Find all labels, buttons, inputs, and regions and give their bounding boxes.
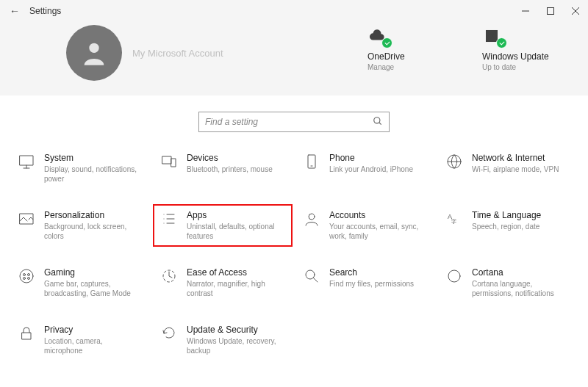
cloud-icon: [368, 28, 388, 46]
back-button[interactable]: ←: [6, 5, 24, 17]
category-network[interactable]: Network & Internet Wi-Fi, airplane mode,…: [438, 147, 578, 189]
accounts-icon: [301, 210, 322, 231]
category-desc: Game bar, captures, broadcasting, Game M…: [44, 279, 140, 298]
check-icon: [381, 37, 392, 48]
svg-rect-12: [171, 159, 176, 167]
status-title: Windows Update: [482, 51, 549, 62]
category-desc: Background, lock screen, colors: [44, 222, 140, 241]
category-title: Apps: [187, 210, 282, 220]
category-title: Cortana: [472, 267, 567, 278]
category-title: Devices: [187, 153, 273, 163]
category-title: Accounts: [329, 210, 425, 220]
status-tile-cloud[interactable]: OneDrive Manage: [368, 28, 441, 71]
search-icon: [301, 267, 322, 288]
category-desc: Link your Android, iPhone: [329, 164, 413, 174]
svg-point-28: [28, 274, 30, 276]
close-button[interactable]: [563, 0, 588, 22]
check-icon: [496, 37, 507, 48]
svg-point-6: [374, 117, 380, 123]
category-privacy[interactable]: Privacy Location, camera, microphone: [10, 319, 150, 361]
category-desc: Uninstall, defaults, optional features: [187, 222, 282, 241]
svg-point-34: [448, 270, 460, 282]
category-cortana[interactable]: Cortana Cortana language, permissions, n…: [438, 261, 578, 304]
sync-icon: [482, 28, 503, 46]
category-desc: Location, camera, microphone: [44, 336, 140, 355]
svg-line-7: [379, 122, 381, 124]
search-box[interactable]: [198, 112, 390, 132]
category-title: Search: [329, 267, 414, 278]
category-title: Privacy: [44, 325, 140, 335]
network-icon: [444, 153, 465, 173]
status-title: OneDrive: [368, 51, 405, 62]
category-update[interactable]: Update & Security Windows Update, recove…: [153, 319, 293, 361]
svg-point-29: [24, 278, 26, 280]
category-title: Update & Security: [187, 325, 282, 335]
category-title: System: [44, 153, 140, 163]
category-desc: Find my files, permissions: [329, 279, 414, 289]
category-time[interactable]: A字 Time & Language Speech, region, date: [438, 204, 578, 247]
status-sub: Up to date: [482, 63, 516, 71]
avatar-icon: [66, 25, 122, 81]
category-personalization[interactable]: Personalization Background, lock screen,…: [10, 204, 150, 247]
svg-rect-35: [22, 333, 31, 339]
category-title: Ease of Access: [187, 267, 282, 278]
category-title: Personalization: [44, 210, 140, 220]
account-section[interactable]: My Microsoft Account: [66, 25, 223, 81]
svg-rect-8: [20, 156, 33, 165]
svg-text:字: 字: [451, 219, 456, 224]
category-apps[interactable]: Apps Uninstall, defaults, optional featu…: [153, 204, 293, 247]
window-title: Settings: [29, 6, 61, 16]
privacy-icon: [16, 325, 37, 345]
svg-rect-11: [162, 156, 171, 164]
category-gaming[interactable]: Gaming Game bar, captures, broadcasting,…: [10, 261, 150, 304]
account-name: My Microsoft Account: [132, 48, 223, 59]
svg-point-23: [309, 214, 315, 220]
update-icon: [159, 325, 179, 345]
category-desc: Display, sound, notifications, power: [44, 164, 140, 184]
category-phone[interactable]: Phone Link your Android, iPhone: [295, 147, 435, 189]
personalization-icon: [16, 210, 37, 231]
category-title: Network & Internet: [472, 153, 559, 163]
category-accounts[interactable]: Accounts Your accounts, email, sync, wor…: [295, 204, 435, 247]
phone-icon: [301, 153, 322, 173]
status-tile-sync[interactable]: Windows Update Up to date: [482, 28, 556, 71]
search-icon: [373, 116, 383, 129]
svg-point-26: [20, 270, 33, 283]
system-icon: [16, 153, 37, 173]
svg-point-4: [89, 43, 98, 53]
svg-line-33: [314, 278, 318, 283]
category-search[interactable]: Search Find my files, permissions: [295, 261, 435, 304]
category-desc: Bluetooth, printers, mouse: [187, 164, 273, 174]
category-system[interactable]: System Display, sound, notifications, po…: [10, 147, 150, 189]
category-title: Gaming: [44, 267, 140, 278]
ease-icon: [159, 267, 179, 288]
svg-rect-1: [548, 8, 554, 15]
category-desc: Speech, region, date: [472, 222, 541, 231]
category-devices[interactable]: Devices Bluetooth, printers, mouse: [153, 147, 293, 189]
category-desc: Cortana language, permissions, notificat…: [472, 279, 567, 298]
svg-point-27: [24, 274, 26, 276]
category-ease[interactable]: Ease of Access Narrator, magnifier, high…: [153, 261, 293, 304]
cortana-icon: [444, 267, 465, 288]
minimize-button[interactable]: [513, 0, 538, 22]
search-input[interactable]: [205, 117, 373, 127]
category-title: Time & Language: [472, 210, 541, 220]
category-desc: Your accounts, email, sync, work, family: [329, 222, 425, 241]
apps-icon: [159, 210, 179, 231]
category-title: Phone: [329, 153, 413, 163]
category-desc: Narrator, magnifier, high contrast: [187, 279, 282, 298]
maximize-button[interactable]: [538, 0, 563, 22]
svg-point-30: [28, 278, 30, 280]
devices-icon: [159, 153, 179, 173]
status-sub: Manage: [368, 63, 394, 71]
category-desc: Wi-Fi, airplane mode, VPN: [472, 164, 559, 174]
category-desc: Windows Update, recovery, backup: [187, 336, 282, 355]
time-icon: A字: [444, 210, 465, 231]
gaming-icon: [16, 267, 37, 288]
